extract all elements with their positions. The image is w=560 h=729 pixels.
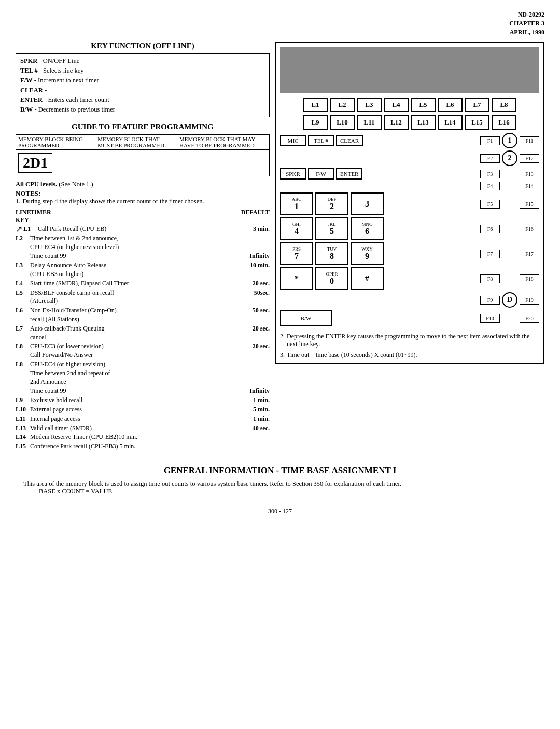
note3-num: 3. xyxy=(280,351,285,359)
line-key-L8[interactable]: L8 xyxy=(492,98,516,112)
spkr-key[interactable]: SPKR xyxy=(280,168,306,180)
f20-key[interactable]: F20 xyxy=(520,314,539,323)
key-1[interactable]: ABC 1 xyxy=(280,192,313,215)
key-hash[interactable]: # xyxy=(351,267,384,290)
row-456: GHI 4 JKL 5 MNO 6 F6 xyxy=(280,217,539,240)
f8-key[interactable]: F8 xyxy=(480,274,500,283)
f6-key[interactable]: F6 xyxy=(480,225,500,233)
col-default: DEFAULT xyxy=(228,209,270,224)
l6-desc: Non Ex-Hold/Transfer (Camp-On)recall (Al… xyxy=(30,306,228,324)
clear-key[interactable]: CLEAR xyxy=(336,135,363,146)
right-notes: 2. Depressing the ENTER key causes the p… xyxy=(280,333,539,359)
l4-key: L4 xyxy=(16,279,30,288)
key-6[interactable]: MNO 6 xyxy=(351,217,384,240)
header-line3: APRIL, 1990 xyxy=(16,28,544,37)
keyhash-digit: # xyxy=(365,274,369,283)
key-4[interactable]: GHI 4 xyxy=(280,217,313,240)
f7-key[interactable]: F7 xyxy=(480,250,500,258)
f11-key[interactable]: F11 xyxy=(520,136,539,145)
bottom-formula: BASE x COUNT = VALUE xyxy=(23,488,112,495)
key5-letter: JKL xyxy=(328,222,336,227)
mic-key[interactable]: MIC xyxy=(280,135,306,146)
phone-keypad-area: MIC TEL # CLEAR F1 1 F11 F2 xyxy=(280,133,539,328)
key2-digit: 2 xyxy=(330,202,334,211)
note2-num: 2. xyxy=(280,333,285,348)
bottom-desc: This area of the memory block is used to… xyxy=(23,480,401,487)
f4-key[interactable]: F4 xyxy=(480,182,500,190)
l2b-default: Infinity xyxy=(228,252,270,260)
f14-key[interactable]: F14 xyxy=(520,182,539,190)
l14-default xyxy=(228,433,270,442)
key3-digit: 3 xyxy=(365,199,369,209)
line-key-L3[interactable]: L3 xyxy=(357,98,382,112)
line-l8a-row: L8 CPU-EC3 (or lower revision)Call Forwa… xyxy=(16,342,270,360)
line-key-L11[interactable]: L11 xyxy=(357,115,382,130)
l2-key: L2 xyxy=(16,234,30,252)
f9-key[interactable]: F9 xyxy=(480,296,500,305)
line-key-L12[interactable]: L12 xyxy=(384,115,409,130)
f17-key[interactable]: F17 xyxy=(520,250,539,258)
key1-digit: 1 xyxy=(295,202,299,211)
key-7[interactable]: PRS 7 xyxy=(280,242,313,265)
line-key-L2[interactable]: L2 xyxy=(330,98,355,112)
key-8[interactable]: TUV 8 xyxy=(315,242,348,265)
f3-key[interactable]: F3 xyxy=(480,170,500,178)
line-l7-row: L7 Auto callback/Trunk Queuingcancel 20 … xyxy=(16,324,270,342)
line-key-L7[interactable]: L7 xyxy=(465,98,489,112)
line-key-L6[interactable]: L6 xyxy=(438,98,463,112)
phone-main-keys: MIC TEL # CLEAR F1 1 F11 F2 xyxy=(280,133,539,328)
f16-key[interactable]: F16 xyxy=(520,225,539,233)
l9-key: L9 xyxy=(16,396,30,405)
circle-2[interactable]: 2 xyxy=(502,150,517,166)
line-key-L10[interactable]: L10 xyxy=(330,115,355,130)
bottom-title: GENERAL INFORMATION - TIME BASE ASSIGNME… xyxy=(23,465,537,476)
key-0[interactable]: OPER 0 xyxy=(315,267,348,290)
key-3[interactable]: 3 xyxy=(351,192,384,215)
f19-key[interactable]: F19 xyxy=(520,296,539,305)
key-star[interactable]: * xyxy=(280,267,313,290)
row-f4: F4 F14 xyxy=(280,182,539,190)
line-key-L14[interactable]: L14 xyxy=(438,115,463,130)
bw-key[interactable]: B/W xyxy=(280,310,332,326)
f10-key[interactable]: F10 xyxy=(480,314,500,323)
line-l8c-row: Time count 99 = Infinity xyxy=(16,387,270,395)
notes-title: NOTES: xyxy=(16,189,270,198)
key-function-list: SPKR - ON/OFF Line TEL # - Selects line … xyxy=(16,53,270,117)
key-9[interactable]: WXY 9 xyxy=(351,242,384,265)
f2-key[interactable]: F2 xyxy=(480,154,500,163)
f1-key[interactable]: F1 xyxy=(480,136,500,145)
kf-clear: CLEAR - xyxy=(20,86,265,95)
line-key-L9[interactable]: L9 xyxy=(303,115,328,130)
line-keys-row2: L9 L10 L11 L12 L13 L14 L15 L16 xyxy=(280,115,539,130)
key-5[interactable]: JKL 5 xyxy=(315,217,348,240)
guide-table: MEMORY BLOCK BEINGPROGRAMMED MEMORY BLOC… xyxy=(16,134,270,176)
f13-key[interactable]: F13 xyxy=(520,170,539,178)
line-key-L1[interactable]: L1 xyxy=(303,98,328,112)
l13-default: 40 sec. xyxy=(228,424,270,433)
line-key-L4[interactable]: L4 xyxy=(384,98,409,112)
f15-key[interactable]: F15 xyxy=(520,200,539,209)
key-2[interactable]: DEF 2 xyxy=(315,192,348,215)
line-keys-row1: L1 L2 L3 L4 L5 L6 L7 L8 xyxy=(280,98,539,112)
key0-digit: 0 xyxy=(330,277,334,286)
line-key-L15[interactable]: L15 xyxy=(465,115,489,130)
l3-desc: Delay Announce Auto Release(CPU-EB3 or h… xyxy=(30,261,228,279)
f18-key[interactable]: F18 xyxy=(520,274,539,283)
line-key-L13[interactable]: L13 xyxy=(411,115,436,130)
line-key-L5[interactable]: L5 xyxy=(411,98,436,112)
l6-default: 50 sec. xyxy=(228,306,270,324)
kf-fw: F/W - Increment to next timer xyxy=(20,76,265,86)
tel-key[interactable]: TEL # xyxy=(308,135,334,146)
circle-1[interactable]: 1 xyxy=(502,133,517,148)
circle-d[interactable]: D xyxy=(502,292,517,308)
fw-key[interactable]: F/W xyxy=(308,168,334,180)
enter-key[interactable]: ENTER xyxy=(336,168,362,180)
line-l9-row: L9 Exclusive hold recall 1 min. xyxy=(16,396,270,405)
note-1-text: During step 4 the display shows the curr… xyxy=(22,198,204,205)
key7-digit: 7 xyxy=(295,252,299,261)
line-key-L16[interactable]: L16 xyxy=(492,115,516,130)
f5-key[interactable]: F5 xyxy=(480,200,500,209)
l7-default: 20 sec. xyxy=(228,324,270,342)
key6-digit: 6 xyxy=(365,227,369,236)
f12-key[interactable]: F12 xyxy=(520,154,539,163)
